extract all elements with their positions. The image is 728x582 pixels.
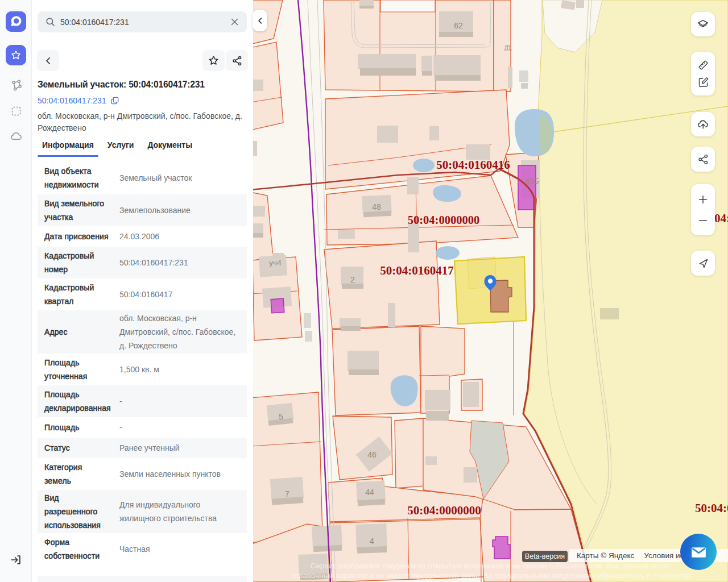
svg-text:62Б: 62Б	[526, 177, 539, 185]
svg-text:62: 62	[454, 21, 463, 30]
svg-text:48: 48	[372, 202, 381, 211]
svg-text:50:04:0: 50:04:0	[695, 501, 728, 515]
svg-text:50:04:0000000: 50:04:0000000	[408, 214, 479, 226]
svg-text:7: 7	[285, 489, 289, 498]
svg-text:46: 46	[367, 450, 377, 459]
svg-text:уч4: уч4	[269, 259, 282, 267]
svg-text:50:04:0160417: 50:04:0160417	[380, 264, 454, 277]
svg-text:50:04:0000000: 50:04:0000000	[407, 504, 481, 517]
svg-text:04:0: 04:0	[714, 211, 728, 225]
svg-text:4: 4	[370, 537, 374, 546]
svg-text:44: 44	[365, 488, 374, 497]
svg-text:2: 2	[350, 275, 355, 284]
svg-text:5: 5	[279, 412, 283, 421]
svg-text:50:04:0160416: 50:04:0160416	[436, 158, 510, 172]
